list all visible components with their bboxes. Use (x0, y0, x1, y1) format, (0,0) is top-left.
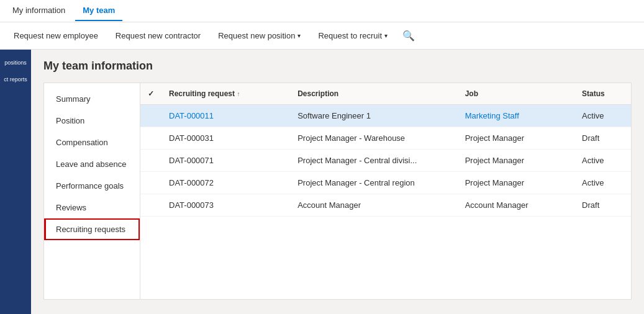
tab-my-team[interactable]: My team (75, 1, 122, 21)
row-request-cell: DAT-000071 (161, 150, 290, 172)
status-col-header[interactable]: Status (574, 83, 631, 105)
row-check-cell (140, 172, 161, 194)
recruiting-request-col-header[interactable]: Recruiting request ↑ (161, 83, 290, 105)
main-container: positions ct reports My team information… (0, 50, 644, 314)
tab-my-information[interactable]: My information (5, 1, 73, 21)
request-new-contractor-button[interactable]: Request new contractor (107, 26, 209, 45)
two-col-layout: Summary Position Compensation Leave and … (43, 83, 632, 300)
row-status-cell: Draft (574, 194, 631, 217)
recruiting-table: ✓ Recruiting request ↑ Description Job S… (140, 83, 631, 217)
check-col-header: ✓ (140, 83, 161, 105)
table-row[interactable]: DAT-000011Software Engineer 1Marketing S… (140, 105, 631, 127)
col-label-request: Recruiting request (169, 89, 235, 98)
table-row[interactable]: DAT-000073Account ManagerAccount Manager… (140, 194, 631, 217)
row-status-cell: Draft (574, 127, 631, 150)
side-nav-leave-absence[interactable]: Leave and absence (44, 153, 140, 175)
request-to-recruit-label: Request to recruit (318, 31, 382, 40)
side-nav-summary[interactable]: Summary (44, 88, 140, 110)
side-nav-reviews[interactable]: Reviews (44, 197, 140, 218)
positions-item[interactable]: positions (2, 55, 29, 71)
left-panel: positions ct reports (0, 50, 31, 314)
row-job-cell: Project Manager (458, 127, 574, 150)
side-nav-recruiting-requests[interactable]: Recruiting requests (44, 218, 140, 240)
content-area: My team information Summary Position Com… (31, 50, 644, 314)
side-nav: Summary Position Compensation Leave and … (43, 83, 140, 300)
table-row[interactable]: DAT-000031Project Manager - WarehousePro… (140, 127, 631, 150)
table-row[interactable]: DAT-000071Project Manager - Central divi… (140, 150, 631, 172)
row-job-cell: Project Manager (458, 172, 574, 194)
table-header-row: ✓ Recruiting request ↑ Description Job S… (140, 83, 631, 105)
row-request-cell: DAT-000073 (161, 194, 290, 217)
table-container: ✓ Recruiting request ↑ Description Job S… (140, 83, 632, 300)
row-description-cell: Project Manager - Central region (290, 172, 457, 194)
row-job-cell: Project Manager (458, 150, 574, 172)
row-status-cell: Active (574, 150, 631, 172)
row-request-cell[interactable]: DAT-000011 (161, 105, 290, 127)
side-nav-position[interactable]: Position (44, 110, 140, 132)
row-status-cell: Active (574, 172, 631, 194)
side-nav-compensation[interactable]: Compensation (44, 132, 140, 153)
row-request-cell: DAT-000072 (161, 172, 290, 194)
request-new-employee-button[interactable]: Request new employee (5, 26, 107, 45)
table-wrapper[interactable]: ✓ Recruiting request ↑ Description Job S… (140, 83, 631, 217)
ct-reports-item[interactable]: ct reports (1, 71, 30, 88)
row-description-cell: Project Manager - Warehouse (290, 127, 457, 150)
row-check-cell (140, 127, 161, 150)
row-job-cell[interactable]: Marketing Staff (458, 105, 574, 127)
search-button[interactable]: 🔍 (396, 25, 421, 47)
table-row[interactable]: DAT-000072Project Manager - Central regi… (140, 172, 631, 194)
checkmark-icon: ✓ (148, 89, 154, 98)
request-new-position-button[interactable]: Request new position ▾ (209, 26, 309, 45)
row-job-cell: Account Manager (458, 194, 574, 217)
side-nav-performance-goals[interactable]: Performance goals (44, 175, 140, 197)
sort-asc-icon: ↑ (237, 91, 240, 97)
search-icon: 🔍 (402, 30, 415, 41)
description-col-header[interactable]: Description (290, 83, 457, 105)
table-body: DAT-000011Software Engineer 1Marketing S… (140, 105, 631, 217)
chevron-down-icon-2: ▾ (384, 32, 388, 39)
row-description-cell: Software Engineer 1 (290, 105, 457, 127)
action-bar: Request new employee Request new contrac… (0, 22, 644, 50)
row-check-cell (140, 105, 161, 127)
request-to-recruit-button[interactable]: Request to recruit ▾ (309, 26, 396, 45)
row-description-cell: Account Manager (290, 194, 457, 217)
job-col-header[interactable]: Job (458, 83, 574, 105)
page-title: My team information (43, 60, 632, 73)
request-new-position-label: Request new position (218, 31, 295, 40)
row-description-cell: Project Manager - Central divisi... (290, 150, 457, 172)
row-check-cell (140, 150, 161, 172)
chevron-down-icon: ▾ (297, 32, 301, 39)
top-tabs: My information My team (0, 0, 644, 22)
row-check-cell (140, 194, 161, 217)
row-request-cell: DAT-000031 (161, 127, 290, 150)
row-status-cell: Active (574, 105, 631, 127)
